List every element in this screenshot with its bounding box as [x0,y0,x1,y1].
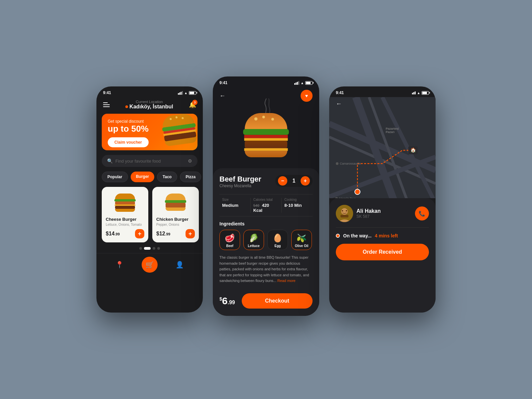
food-card-0[interactable]: Cheese Burger Lettuce, Onions, Tomato $1… [102,187,148,242]
status-time: 4 mins left [375,233,398,238]
svg-point-11 [341,208,348,215]
call-button[interactable]: 📞 [415,206,429,220]
map-area: ← 🏠 PazartesiPazarı Camarossaudio [329,97,436,198]
tab-taco[interactable]: Taco [157,172,177,182]
status-icons-3: ▲ [412,91,429,95]
spec-cooking: Cooking 8-10 Min [282,198,313,213]
nav-location-icon[interactable]: 📍 [115,261,124,269]
read-more-link[interactable]: Read more [277,279,295,283]
time-2: 9:41 [219,80,227,85]
ingredient-egg: 🥚 Egg [267,230,288,250]
spec-cooking-value: 8-10 Min [284,203,310,208]
promo-burger-image [164,115,198,149]
filter-icon[interactable]: ⚙ [188,158,192,164]
egg-label: Egg [270,244,285,248]
heart-icon: ♥ [305,93,308,98]
dot-3 [157,247,160,250]
burger-image-small [113,194,137,212]
beef-label: Beef [222,244,237,248]
tab-popular[interactable]: Popular [102,172,128,182]
driver-text: Ali Hakan SK 587 [356,208,381,219]
lettuce-label: Lettuce [246,244,261,248]
ingredients-list: 🥩 Beef 🥬 Lettuce 🥚 Egg 🫒 Olive Oil 🍅 Tom [219,230,313,250]
location-name: Kadıköy, İstanbul [125,104,173,110]
claim-button[interactable]: Claim voucher [108,137,149,147]
checkout-button[interactable]: Checkout [242,293,313,309]
spec-calories: Calories total 540 420 Kcal [251,198,282,213]
svg-point-7 [355,189,360,195]
detail-sheet: Beef Burger Cheesy Mozarella − 1 + Size … [213,168,319,316]
ingredient-lettuce: 🥬 Lettuce [243,230,264,250]
driver-card: Ali Hakan SK 587 📞 On the way... 4 mins … [329,198,436,313]
home-header: Current Location Kadıköy, İstanbul 🔔 3 [96,97,203,114]
status-icons-1: ▲ [178,91,196,95]
spec-size: Size Medium [219,198,251,213]
wifi-icon: ▲ [184,91,188,95]
driver-id: SK 587 [356,214,381,219]
location-dot [125,105,128,108]
status-bar-2: 9:41 ▲ [213,76,319,87]
svg-point-12 [342,210,343,211]
map-svg: 🏠 [329,97,436,198]
food-image-1 [156,191,195,214]
olive-oil-icon: 🫒 [294,233,309,243]
tab-burger[interactable]: Burger [131,172,154,182]
svg-text:🏠: 🏠 [410,147,416,153]
notification-badge: 3 [192,100,198,105]
quantity-value: 1 [290,178,298,184]
status-bar-1: 9:41 ▲ [96,86,203,97]
favorite-button[interactable]: ♥ [301,90,313,102]
dot-2 [153,247,155,250]
phone-tracking: 9:41 ▲ ← [329,86,436,313]
order-received-button[interactable]: Order Received [336,244,429,260]
nav-profile-icon[interactable]: 👤 [176,261,184,269]
spec-calories-label: Calories total [253,198,279,201]
map-back-button[interactable]: ← [336,100,342,107]
tab-pizza[interactable]: Pizza [180,172,201,182]
location-info: Current Location Kadıköy, İstanbul [125,100,173,110]
product-price: $6.99 [219,295,235,307]
dot-0 [139,247,142,250]
search-bar[interactable]: 🔍 Find your favourite food ⚙ [102,155,198,167]
ingredients-title: Ingredients [219,221,313,226]
map-label-pazartesi: PazartesiPazarı [386,127,399,134]
back-button[interactable]: ← [219,92,225,99]
menu-icon[interactable] [103,102,110,107]
svg-rect-14 [340,215,348,217]
nav-cart-button[interactable]: 🛒 [142,257,158,273]
quantity-control: − 1 + [275,175,313,187]
spec-size-value: Medium [222,203,248,208]
food-name-1: Chicken Burger [156,217,195,222]
time-1: 9:41 [103,90,111,95]
phone-icon: 📞 [419,210,425,217]
notification-bell[interactable]: 🔔 3 [189,101,196,108]
status-icons-2: ▲ [294,81,313,85]
signal-icon-2 [294,81,299,85]
wifi-icon-3: ▲ [417,91,420,95]
add-food-button-0[interactable]: + [135,229,144,238]
food-image-0 [106,191,144,214]
battery-icon-2 [305,81,313,85]
driver-info-row: Ali Hakan SK 587 📞 [336,205,429,228]
food-price-row-1: $12.99 + [156,229,195,238]
battery-icon [189,91,196,95]
quantity-increase[interactable]: + [301,176,310,186]
beef-icon: 🥩 [222,233,237,243]
time-3: 9:41 [336,90,344,95]
signal-icon-3 [412,91,416,94]
promo-banner: Get special discount up to 50% Claim vou… [102,114,198,150]
ingredient-olive-oil: 🫒 Olive Oil [291,230,312,250]
cart-icon: 🛒 [146,261,154,269]
map-label-camarossaudio: Camarossaudio [336,162,361,165]
signal-icon [178,91,183,95]
checkout-row: $6.99 Checkout [219,289,313,313]
food-price-0: $14.99 [106,231,120,237]
category-tabs: Popular Burger Taco Pizza [96,172,203,187]
olive-oil-label: Olive Oil [294,244,309,248]
quantity-decrease[interactable]: − [278,176,287,186]
search-input[interactable]: Find your favourite food [115,159,185,164]
add-food-button-1[interactable]: + [186,229,195,238]
food-card-1[interactable]: Chicken Burger Pepper, Onions $12.99 + [152,187,199,242]
burger-image-small-2 [164,194,187,212]
status-dot [336,234,340,238]
